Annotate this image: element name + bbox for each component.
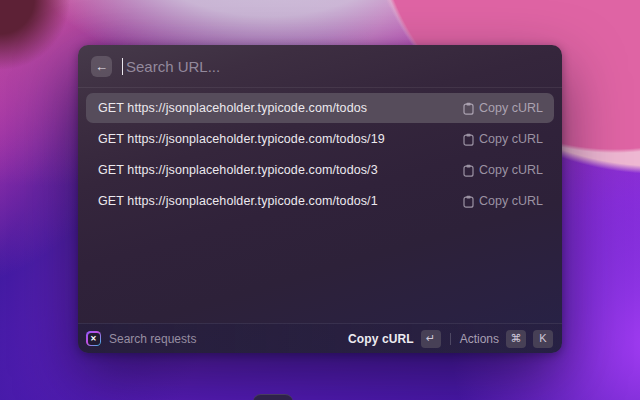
empty-area (78, 216, 562, 323)
request-list: GET https://jsonplaceholder.typicode.com… (78, 88, 562, 216)
text-caret (122, 58, 123, 75)
command-palette-window: ← Search URL... GET https://jsonplacehol… (78, 45, 562, 353)
request-row[interactable]: GET https://jsonplaceholder.typicode.com… (86, 186, 554, 216)
copy-curl-action[interactable]: Copy cURL (463, 132, 543, 146)
request-row[interactable]: GET https://jsonplaceholder.typicode.com… (86, 155, 554, 185)
search-bar: ← Search URL... (78, 45, 562, 88)
return-key-icon: ↵ (421, 330, 441, 348)
primary-action-button[interactable]: Copy cURL (348, 332, 414, 346)
clipboard-icon (463, 195, 474, 208)
copy-curl-action[interactable]: Copy cURL (463, 101, 543, 115)
request-label: GET https://jsonplaceholder.typicode.com… (98, 132, 385, 146)
clipboard-icon (463, 102, 474, 115)
search-placeholder: Search URL... (126, 58, 220, 75)
command-key-icon: ⌘ (506, 330, 526, 348)
request-label: GET https://jsonplaceholder.typicode.com… (98, 163, 378, 177)
request-row[interactable]: GET https://jsonplaceholder.typicode.com… (86, 124, 554, 154)
back-arrow-icon: ← (95, 60, 108, 73)
row-action-label: Copy cURL (479, 132, 543, 146)
extension-icon: ✕ (86, 331, 101, 346)
request-row[interactable]: GET https://jsonplaceholder.typicode.com… (86, 93, 554, 123)
dock-peek[interactable] (253, 394, 293, 400)
actions-menu-button[interactable]: Actions (460, 332, 499, 346)
request-label: GET https://jsonplaceholder.typicode.com… (98, 194, 378, 208)
footer-divider (450, 333, 451, 345)
footer-actions: Copy cURL ↵ Actions ⌘ K (348, 330, 553, 348)
command-name-label: Search requests (109, 332, 196, 346)
request-label: GET https://jsonplaceholder.typicode.com… (98, 101, 367, 115)
clipboard-icon (463, 164, 474, 177)
k-key-badge: K (533, 330, 553, 348)
copy-curl-action[interactable]: Copy cURL (463, 163, 543, 177)
row-action-label: Copy cURL (479, 163, 543, 177)
row-action-label: Copy cURL (479, 101, 543, 115)
search-input[interactable]: Search URL... (122, 45, 549, 87)
row-action-label: Copy cURL (479, 194, 543, 208)
status-bar: ✕ Search requests Copy cURL ↵ Actions ⌘ … (78, 323, 562, 353)
clipboard-icon (463, 133, 474, 146)
copy-curl-action[interactable]: Copy cURL (463, 194, 543, 208)
back-button[interactable]: ← (91, 56, 112, 77)
